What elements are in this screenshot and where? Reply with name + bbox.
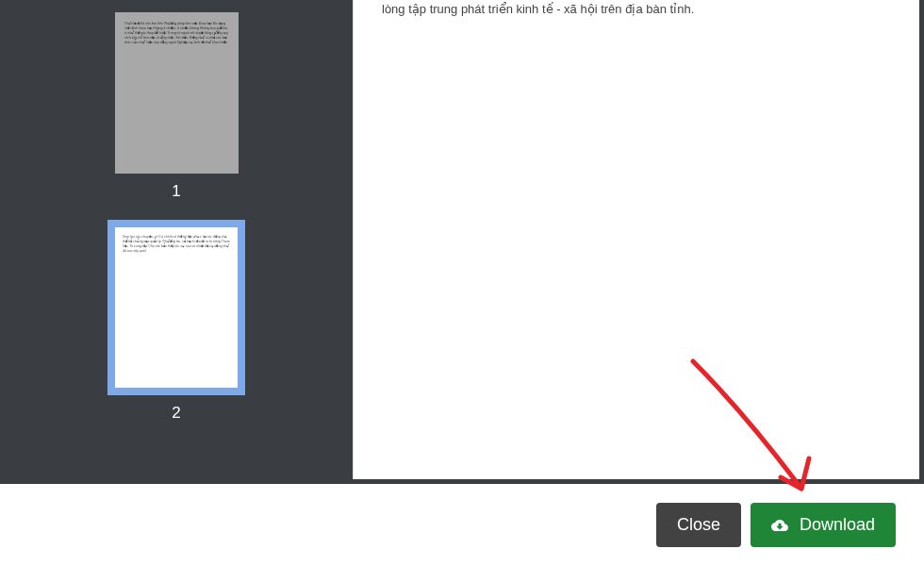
document-main-view[interactable]: lòng tập trung phát triển kinh tế - xã h… [353,0,919,479]
download-button[interactable]: Download [751,503,896,547]
thumbnail-sidebar[interactable]: Thư đỏ số thị văn ban liên Phương pháp l… [0,0,353,484]
thumbnail-preview: Xem hai câu chuyện, có 5 ý chính có thể … [123,235,230,380]
document-viewer: Thư đỏ số thị văn ban liên Phương pháp l… [0,0,924,484]
cloud-download-icon [771,517,788,534]
page-number-label: 2 [172,404,180,423]
page-thumbnail-1[interactable]: Thư đỏ số thị văn ban liên Phương pháp l… [115,12,239,174]
page-thumbnail-2[interactable]: Xem hai câu chuyện, có 5 ý chính có thể … [107,220,245,395]
thumbnail-preview: Thư đỏ số thị văn ban liên Phương pháp l… [124,22,229,164]
thumbnail-item: Thư đỏ số thị văn ban liên Phương pháp l… [115,12,239,201]
thumbnail-item: Xem hai câu chuyện, có 5 ý chính có thể … [107,220,245,423]
document-text: lòng tập trung phát triển kinh tế - xã h… [382,0,891,19]
page-number-label: 1 [172,182,180,201]
modal-footer: Close Download [0,484,924,566]
close-button[interactable]: Close [656,503,741,547]
